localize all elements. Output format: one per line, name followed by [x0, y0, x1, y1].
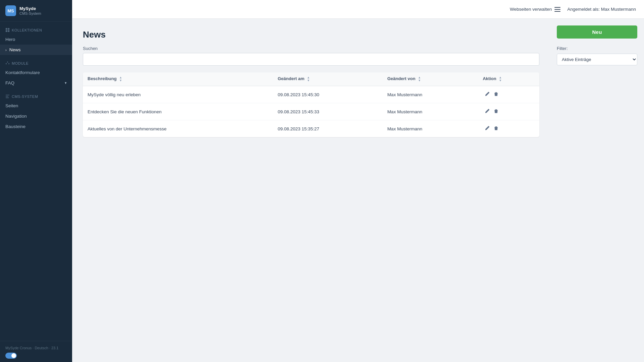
table-row: MySyde völlig neu erleben09.08.2023 15:4…	[83, 86, 539, 103]
sidebar-item-hero-label: Hero	[5, 37, 15, 42]
svg-rect-8	[554, 9, 560, 10]
module-section-label: Module	[0, 55, 72, 67]
sidebar-item-kontaktformulare[interactable]: Kontaktformulare	[0, 67, 72, 78]
sidebar-item-seiten-label: Seiten	[5, 103, 18, 108]
delete-button[interactable]	[492, 90, 500, 99]
svg-rect-5	[6, 96, 8, 97]
col-aktion: Aktion ▲▼	[478, 72, 539, 86]
filter-select[interactable]: Aktive EinträgeAlle EinträgeInaktive Ein…	[557, 54, 637, 65]
cell-beschreibung: MySyde völlig neu erleben	[83, 86, 273, 103]
edit-button[interactable]	[483, 124, 492, 133]
theme-toggle[interactable]	[5, 353, 17, 359]
cell-beschreibung: Entdecken Sie die neuen Funktionen	[83, 103, 273, 120]
sort-aktion-icon[interactable]: ▲▼	[499, 76, 502, 82]
main-area: Webseiten verwalten Angemeldet als: Max …	[72, 0, 644, 362]
right-panel: Neu Filter: Aktive EinträgeAlle Einträge…	[550, 19, 644, 362]
delete-button[interactable]	[492, 107, 500, 116]
cell-geaendert-von: Max Mustermann	[383, 86, 478, 103]
sort-geaendert-am-icon[interactable]: ▲▼	[307, 76, 310, 82]
svg-rect-4	[6, 95, 9, 96]
app-logo-text: MySyde CMS-System	[19, 6, 41, 16]
svg-rect-9	[554, 11, 560, 12]
col-beschreibung: Beschreibung ▲▼	[83, 72, 273, 86]
edit-button[interactable]	[483, 107, 492, 116]
svg-rect-7	[554, 7, 560, 8]
sidebar-item-seiten[interactable]: Seiten	[0, 101, 72, 111]
svg-rect-3	[8, 30, 9, 32]
cell-aktion	[478, 120, 539, 137]
cms-section-label: CMS-System	[0, 88, 72, 101]
app-logo-icon: MS	[5, 5, 16, 16]
chevron-right-icon: ›	[5, 48, 7, 52]
sidebar: MS MySyde CMS-System Kollektionen Hero ›…	[0, 0, 72, 362]
table-body: MySyde völlig neu erleben09.08.2023 15:4…	[83, 86, 539, 137]
svg-rect-2	[6, 30, 7, 32]
sidebar-item-faq[interactable]: FAQ ▾	[0, 78, 72, 88]
delete-button[interactable]	[492, 124, 500, 133]
manage-websites-label: Webseiten verwalten	[510, 7, 552, 12]
filter-label: Filter:	[557, 46, 637, 51]
cell-aktion	[478, 86, 539, 103]
cell-geaendert-am: 09.08.2023 15:45:33	[273, 103, 383, 120]
sidebar-item-news[interactable]: › News	[0, 45, 72, 55]
sidebar-item-bausteine[interactable]: Bausteine	[0, 121, 72, 132]
svg-rect-1	[8, 28, 9, 30]
manage-websites-button[interactable]: Webseiten verwalten	[510, 7, 560, 12]
sort-geaendert-von-icon[interactable]: ▲▼	[418, 76, 421, 82]
logged-in-user: Angemeldet als: Max Mustermann	[567, 7, 636, 12]
edit-button[interactable]	[483, 90, 492, 99]
cell-aktion	[478, 103, 539, 120]
sidebar-item-hero[interactable]: Hero	[0, 34, 72, 45]
svg-rect-6	[6, 98, 9, 98]
col-geaendert-von: Geändert von ▲▼	[383, 72, 478, 86]
svg-rect-0	[6, 28, 7, 30]
kollektionen-section-label: Kollektionen	[0, 22, 72, 34]
search-label: Suchen	[83, 46, 539, 51]
cell-beschreibung: Aktuelles von der Unternehmensmesse	[83, 120, 273, 137]
table-header-row: Beschreibung ▲▼ Geändert am ▲▼ Geändert …	[83, 72, 539, 86]
sidebar-item-navigation-label: Navigation	[5, 114, 27, 119]
col-geaendert-am: Geändert am ▲▼	[273, 72, 383, 86]
main-content: News Suchen Beschreibung ▲▼ Geändert am …	[72, 19, 550, 362]
sidebar-item-faq-label: FAQ	[5, 80, 14, 85]
cell-geaendert-von: Max Mustermann	[383, 103, 478, 120]
list-icon	[554, 7, 560, 12]
chevron-down-icon: ▾	[65, 81, 67, 85]
cell-geaendert-am: 09.08.2023 15:45:30	[273, 86, 383, 103]
header: Webseiten verwalten Angemeldet als: Max …	[72, 0, 644, 19]
sidebar-item-news-label: News	[9, 47, 21, 52]
news-table: Beschreibung ▲▼ Geändert am ▲▼ Geändert …	[83, 72, 539, 137]
footer-text: MySyde Cronus · Deutsch · 23.1	[5, 346, 58, 350]
new-button[interactable]: Neu	[557, 25, 637, 39]
sidebar-item-navigation[interactable]: Navigation	[0, 111, 72, 121]
sort-beschreibung-icon[interactable]: ▲▼	[119, 76, 122, 82]
sidebar-footer: MySyde Cronus · Deutsch · 23.1	[0, 341, 72, 362]
table-row: Aktuelles von der Unternehmensmesse09.08…	[83, 120, 539, 137]
cell-geaendert-von: Max Mustermann	[383, 120, 478, 137]
sidebar-logo: MS MySyde CMS-System	[0, 0, 72, 22]
cell-geaendert-am: 09.08.2023 15:35:27	[273, 120, 383, 137]
sidebar-item-bausteine-label: Bausteine	[5, 124, 25, 129]
table-row: Entdecken Sie die neuen Funktionen09.08.…	[83, 103, 539, 120]
page-title: News	[83, 29, 539, 40]
search-input[interactable]	[83, 53, 539, 66]
sidebar-item-kontaktformulare-label: Kontaktformulare	[5, 70, 40, 75]
content-area: News Suchen Beschreibung ▲▼ Geändert am …	[72, 19, 644, 362]
